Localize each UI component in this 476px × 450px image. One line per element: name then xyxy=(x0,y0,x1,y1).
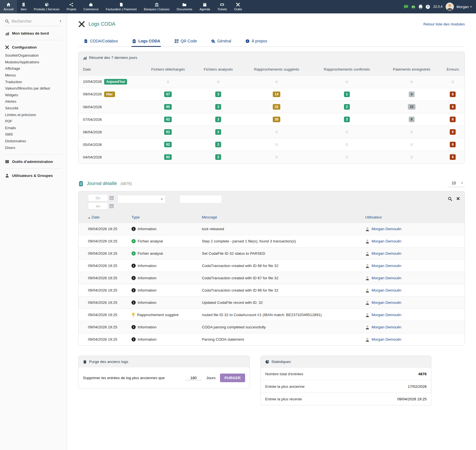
count-badge: 8 xyxy=(409,117,415,122)
tab--propos[interactable]: À propos xyxy=(245,37,268,47)
topbar-item-documents[interactable]: Documents xyxy=(173,0,196,13)
user-link[interactable]: Morgan Demoulin xyxy=(365,337,462,342)
topbar-item-banques-caisses[interactable]: Banques | Caisses xyxy=(140,0,173,13)
user-menu[interactable]: Morgan ▼ xyxy=(456,5,472,9)
user-avatar[interactable] xyxy=(446,3,454,11)
dashboard-label: Mon tableau de bord xyxy=(12,31,49,35)
sidebar-item-menus[interactable]: Menus xyxy=(5,72,62,79)
user-link[interactable]: Morgan Demoulin xyxy=(365,325,462,329)
journal-column-header[interactable]: Utilisateur xyxy=(363,212,465,223)
summary-value-cell: 0 xyxy=(311,76,382,88)
sidebar-item-affichage[interactable]: Affichage xyxy=(5,65,62,72)
topbar-item-accueil[interactable]: Accueil xyxy=(0,0,17,13)
sidebar-item-soci-t-organisation[interactable]: Société/Organisation xyxy=(5,52,62,59)
user-link[interactable]: Morgan Demoulin xyxy=(365,251,462,256)
filter-type-select[interactable]: ▼ xyxy=(118,195,166,203)
qr-icon xyxy=(174,39,179,43)
journal-filter-bar: ▼ ✕ xyxy=(78,191,465,212)
purge-button[interactable]: PURGER xyxy=(220,374,245,382)
user-link[interactable]: Morgan Demoulin xyxy=(365,300,462,305)
topbar-item-tickets[interactable]: Tickets xyxy=(214,0,230,13)
avatar xyxy=(365,239,370,244)
back-to-modules-link[interactable]: Retour liste des modules xyxy=(423,22,465,26)
count-badge: 6 xyxy=(450,117,456,122)
summary-date-cell: 10/04/2026Aujourd'hui xyxy=(78,76,141,88)
count-badge: 62 xyxy=(164,154,172,160)
sidebar-item-dictionnaires[interactable]: Dictionnaires xyxy=(5,138,62,145)
journal-type: iInformation xyxy=(131,288,197,292)
sidebar-item-valeurs-filtres-tris-par-d-faut[interactable]: Valeurs/filtres/tris par défaut xyxy=(5,85,62,92)
search-input[interactable] xyxy=(11,19,53,23)
topbar-item-tiers[interactable]: tiers xyxy=(17,0,30,13)
sidebar-item-dashboard[interactable]: Mon tableau de bord xyxy=(5,30,62,37)
tab-coda-codabox[interactable]: CODA/Codabox xyxy=(83,37,118,47)
sidebar-item-divers[interactable]: Divers xyxy=(5,144,62,151)
summary-table: DateFichiers téléchargésFichiers analysé… xyxy=(78,63,465,163)
journal-type-cell: iInformation xyxy=(129,321,200,333)
sidebar-item-limites-et-pr-cision[interactable]: Limites et précision xyxy=(5,111,62,118)
robot-assistant-icon[interactable] xyxy=(411,4,416,9)
summary-date-cell: 05/04/2026 xyxy=(78,138,141,151)
calendar-picker-icon[interactable] xyxy=(109,196,114,200)
configuration-items: Société/OrganisationModules/Applications… xyxy=(5,52,62,151)
summary-row: 04/04/20266220006 xyxy=(78,151,465,163)
journal-column-header[interactable]: Type xyxy=(129,212,200,223)
purge-days-input[interactable] xyxy=(185,376,202,380)
chart-bars-icon xyxy=(5,31,9,35)
count-badge: 3 xyxy=(215,92,221,97)
sidebar-section-configuration[interactable]: Configuration xyxy=(5,44,62,50)
sidebar-section-admin-tools[interactable]: Outils d'administration xyxy=(5,158,62,165)
chat-icon[interactable] xyxy=(404,4,408,9)
sidebar-item-s-curit-[interactable]: Sécurité xyxy=(5,105,62,112)
journal-user-cell: Morgan Demoulin xyxy=(363,247,465,260)
topbar-item-agenda[interactable]: Agenda xyxy=(196,0,214,13)
help-icon[interactable] xyxy=(425,4,430,9)
check-circle-icon: ✓ xyxy=(131,239,136,243)
topbar-item-commerce[interactable]: Commerce xyxy=(80,0,102,13)
calendar-picker-icon[interactable] xyxy=(109,204,114,208)
journal-row: 09/04/2026 19:25iInformationlock release… xyxy=(78,223,465,235)
user-link[interactable]: Morgan Demoulin xyxy=(365,239,462,244)
user-link[interactable]: Morgan Demoulin xyxy=(365,288,462,293)
sidebar-item-widgets[interactable]: Widgets xyxy=(5,92,62,98)
user-name: Morgan Demoulin xyxy=(372,239,401,243)
search-filter-icon[interactable] xyxy=(448,197,452,201)
tab-qr-code[interactable]: QR Code xyxy=(174,37,197,47)
topbar-item-outils[interactable]: Outils xyxy=(231,0,246,13)
journal-row: 09/04/2026 19:25iInformationUpdated Coda… xyxy=(78,297,465,309)
search-scope-caret-icon[interactable]: ▼ xyxy=(59,20,62,23)
sidebar-item-pdf[interactable]: PDF xyxy=(5,118,62,125)
sidebar-item-traduction[interactable]: Traduction xyxy=(5,78,62,85)
journal-column-header[interactable]: ▲Date xyxy=(78,212,129,223)
journal-column-header[interactable]: Message xyxy=(200,212,363,223)
journal-type-label: Information xyxy=(138,227,157,231)
sidebar-item-alertes[interactable]: Alertes xyxy=(5,98,62,105)
sidebar-item-emails[interactable]: Emails xyxy=(5,125,62,131)
filter-date-from-input[interactable] xyxy=(88,194,108,201)
topbar-item-produits-services[interactable]: Produits | Services xyxy=(30,0,63,13)
topbar-item-label: Agenda xyxy=(199,8,210,11)
user-link[interactable]: Morgan Demoulin xyxy=(365,227,462,231)
tab-g-n-ral[interactable]: Général xyxy=(211,37,232,47)
user-link[interactable]: Morgan Demoulin xyxy=(365,313,462,317)
summary-value-cell: 62 xyxy=(141,151,195,163)
sidebar-item-modules-applications[interactable]: Modules/Applications xyxy=(5,59,62,66)
topbar-item-facturation-paiement[interactable]: Facturation | Paiement xyxy=(102,0,140,13)
filter-message-input[interactable] xyxy=(180,195,222,203)
user-link[interactable]: Morgan Demoulin xyxy=(365,276,462,280)
summary-date: 09/04/2026 xyxy=(83,92,102,96)
sort-asc-icon: ▲ xyxy=(88,216,90,219)
page-size-select[interactable]: 10 ▼ xyxy=(448,180,465,187)
tab-logs-coda[interactable]: Logs CODA xyxy=(131,37,161,47)
print-icon[interactable] xyxy=(418,4,423,9)
info-circle-icon: i xyxy=(131,288,136,292)
sidebar-section-users-groups[interactable]: Utilisateurs & Groupes xyxy=(5,172,62,179)
user-link[interactable]: Morgan Demoulin xyxy=(365,264,462,268)
topbar-item-projets[interactable]: Projets xyxy=(63,0,80,13)
clear-filter-icon[interactable]: ✕ xyxy=(456,196,460,201)
home-icon xyxy=(6,3,11,7)
filter-date-to-input[interactable] xyxy=(88,202,108,210)
sidebar-item-sms[interactable]: SMS xyxy=(5,131,62,138)
clipboard-icon xyxy=(132,39,136,43)
journal-date-cell: 09/04/2026 19:25 xyxy=(78,297,129,309)
